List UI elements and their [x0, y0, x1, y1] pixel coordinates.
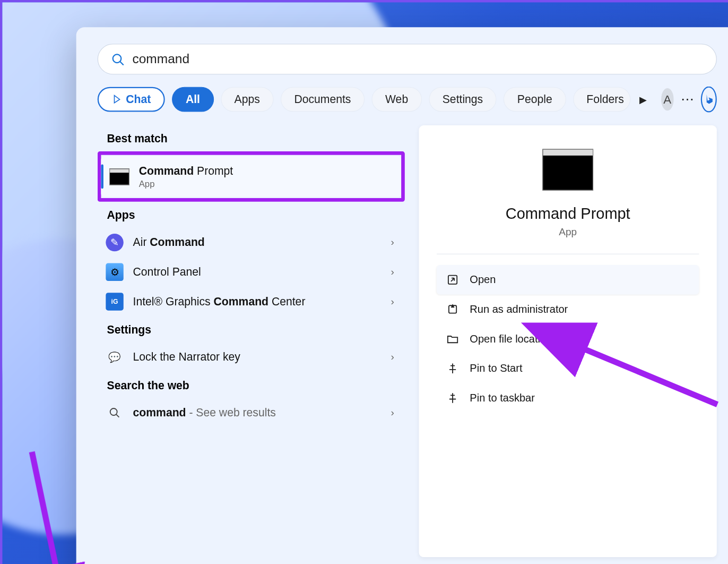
chevron-right-icon: › [391, 296, 394, 307]
divider [437, 254, 699, 254]
chevron-right-icon: › [391, 352, 394, 363]
filter-apps[interactable]: Apps [221, 87, 273, 112]
svg-line-3 [116, 414, 119, 417]
action-pin-to-start[interactable]: Pin to Start [437, 354, 699, 383]
result-title: Command Prompt [139, 165, 233, 178]
result-detail-panel: Command Prompt App Open Run as administr… [419, 125, 717, 557]
search-icon [111, 53, 124, 66]
search-box[interactable] [98, 44, 717, 74]
results-list: Best match Command Prompt App Apps ✎ Air… [98, 125, 405, 557]
filter-web[interactable]: Web [371, 87, 421, 112]
app-icon: ⚙ [106, 263, 123, 281]
result-control-panel[interactable]: ⚙ Control Panel › [98, 257, 405, 287]
account-avatar[interactable]: A [661, 88, 674, 110]
cmd-icon [109, 168, 129, 185]
result-intel-graphics[interactable]: iG Intel® Graphics Command Center › [98, 287, 405, 317]
bing-icon[interactable] [701, 87, 717, 113]
result-subtitle: App [139, 178, 233, 189]
section-web: Search the web [107, 379, 405, 392]
filter-row: Chat All Apps Documents Web Settings Peo… [98, 87, 717, 113]
result-web-command[interactable]: command - See web results › [98, 398, 405, 428]
search-icon [106, 404, 123, 422]
action-run-as-admin[interactable]: Run as administrator [437, 295, 699, 324]
detail-app-icon [542, 149, 593, 191]
app-icon: ✎ [106, 234, 123, 251]
chevron-right-icon: › [391, 266, 394, 278]
app-icon: iG [106, 293, 123, 310]
filter-scroll-right[interactable]: ▶ [639, 92, 647, 107]
action-open-file-location[interactable]: Open file location [437, 324, 699, 354]
filter-people[interactable]: People [504, 87, 566, 112]
action-open[interactable]: Open [437, 265, 699, 295]
action-pin-to-taskbar[interactable]: Pin to taskbar [437, 383, 699, 413]
detail-subtitle: App [437, 227, 699, 238]
svg-point-2 [110, 408, 117, 415]
detail-title: Command Prompt [437, 204, 699, 223]
section-best-match: Best match [107, 132, 405, 146]
chevron-right-icon: › [391, 236, 394, 248]
section-apps: Apps [107, 209, 405, 222]
filter-all[interactable]: All [172, 87, 213, 112]
search-input[interactable] [132, 52, 703, 67]
result-narrator-lock[interactable]: 💬 Lock the Narrator key › [98, 343, 405, 372]
filter-folders[interactable]: Folders [573, 87, 630, 112]
start-search-panel: Chat All Apps Documents Web Settings Peo… [76, 27, 728, 564]
filter-chat-label: Chat [126, 93, 151, 106]
more-options[interactable]: ⋯ [681, 88, 694, 110]
filter-documents[interactable]: Documents [281, 87, 365, 112]
filter-settings[interactable]: Settings [429, 87, 497, 112]
filter-chat[interactable]: Chat [98, 87, 165, 112]
chevron-right-icon: › [391, 407, 394, 418]
highlight-annotation-best-match: Command Prompt App [98, 151, 405, 202]
result-air-command[interactable]: ✎ Air Command › [98, 228, 405, 258]
result-command-prompt[interactable]: Command Prompt App [101, 156, 401, 197]
svg-point-0 [113, 54, 122, 63]
settings-icon: 💬 [106, 348, 123, 366]
section-settings: Settings [107, 323, 405, 337]
svg-line-1 [120, 62, 124, 65]
